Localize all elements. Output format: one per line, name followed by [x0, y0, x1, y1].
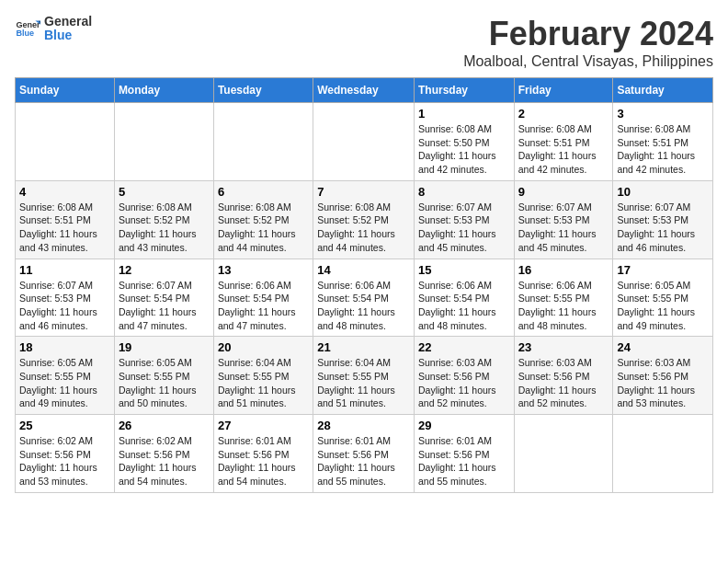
day-info: Sunrise: 6:08 AM Sunset: 5:51 PM Dayligh…: [617, 122, 709, 177]
day-number: 22: [418, 340, 510, 354]
day-info: Sunrise: 6:01 AM Sunset: 5:56 PM Dayligh…: [218, 434, 309, 488]
day-number: 27: [218, 419, 309, 432]
header-tuesday: Tuesday: [213, 78, 313, 103]
day-info: Sunrise: 6:04 AM Sunset: 5:55 PM Dayligh…: [317, 356, 410, 410]
calendar-cell: 19Sunrise: 6:05 AM Sunset: 5:55 PM Dayli…: [114, 337, 213, 415]
day-info: Sunrise: 6:05 AM Sunset: 5:55 PM Dayligh…: [119, 356, 210, 410]
day-number: 1: [418, 107, 510, 121]
day-number: 5: [119, 185, 210, 199]
calendar-cell: 5Sunrise: 6:08 AM Sunset: 5:52 PM Daylig…: [114, 180, 213, 259]
day-info: Sunrise: 6:07 AM Sunset: 5:53 PM Dayligh…: [418, 201, 510, 255]
day-info: Sunrise: 6:06 AM Sunset: 5:54 PM Dayligh…: [218, 279, 309, 333]
day-number: 20: [218, 340, 309, 354]
day-number: 10: [617, 185, 709, 199]
day-number: 18: [19, 340, 110, 354]
calendar-cell: 25Sunrise: 6:02 AM Sunset: 5:56 PM Dayli…: [16, 415, 115, 493]
day-number: 14: [317, 263, 410, 277]
page-title: February 2024: [463, 15, 713, 53]
calendar-cell: 10Sunrise: 6:07 AM Sunset: 5:53 PM Dayli…: [613, 180, 713, 259]
calendar-cell: 7Sunrise: 6:08 AM Sunset: 5:52 PM Daylig…: [313, 180, 415, 259]
calendar-cell: 15Sunrise: 6:06 AM Sunset: 5:54 PM Dayli…: [414, 259, 514, 337]
day-number: 11: [19, 263, 110, 277]
day-info: Sunrise: 6:08 AM Sunset: 5:51 PM Dayligh…: [518, 122, 609, 177]
calendar-cell: 28Sunrise: 6:01 AM Sunset: 5:56 PM Dayli…: [313, 415, 415, 493]
calendar-cell: 3Sunrise: 6:08 AM Sunset: 5:51 PM Daylig…: [613, 103, 713, 181]
title-section: February 2024 Moalboal, Central Visayas,…: [463, 15, 713, 70]
logo: General Blue General Blue: [15, 15, 92, 43]
header-monday: Monday: [114, 78, 213, 103]
header-wednesday: Wednesday: [313, 78, 415, 103]
calendar-cell: 24Sunrise: 6:03 AM Sunset: 5:56 PM Dayli…: [613, 337, 713, 415]
calendar-cell: 11Sunrise: 6:07 AM Sunset: 5:53 PM Dayli…: [16, 259, 115, 337]
calendar-cell: 27Sunrise: 6:01 AM Sunset: 5:56 PM Dayli…: [213, 415, 313, 493]
day-number: 2: [518, 107, 609, 121]
header-friday: Friday: [514, 78, 613, 103]
calendar-cell: 12Sunrise: 6:07 AM Sunset: 5:54 PM Dayli…: [114, 259, 213, 337]
calendar-cell: 6Sunrise: 6:08 AM Sunset: 5:52 PM Daylig…: [213, 180, 313, 259]
day-number: 8: [418, 185, 510, 199]
day-number: 29: [418, 419, 510, 432]
calendar-cell: 16Sunrise: 6:06 AM Sunset: 5:55 PM Dayli…: [514, 259, 613, 337]
day-number: 23: [518, 340, 609, 354]
day-info: Sunrise: 6:03 AM Sunset: 5:56 PM Dayligh…: [617, 356, 709, 410]
calendar-cell: 21Sunrise: 6:04 AM Sunset: 5:55 PM Dayli…: [313, 337, 415, 415]
calendar-cell: 14Sunrise: 6:06 AM Sunset: 5:54 PM Dayli…: [313, 259, 415, 337]
day-info: Sunrise: 6:06 AM Sunset: 5:54 PM Dayligh…: [317, 279, 410, 333]
day-info: Sunrise: 6:02 AM Sunset: 5:56 PM Dayligh…: [19, 434, 110, 488]
calendar-cell: 23Sunrise: 6:03 AM Sunset: 5:56 PM Dayli…: [514, 337, 613, 415]
logo-line1: General: [44, 15, 92, 29]
header: General Blue General Blue February 2024 …: [15, 15, 713, 70]
day-info: Sunrise: 6:08 AM Sunset: 5:52 PM Dayligh…: [317, 201, 410, 255]
calendar-cell: [514, 415, 613, 493]
day-number: 9: [518, 185, 609, 199]
day-info: Sunrise: 6:08 AM Sunset: 5:50 PM Dayligh…: [418, 122, 510, 177]
week-row-4: 18Sunrise: 6:05 AM Sunset: 5:55 PM Dayli…: [16, 337, 713, 415]
day-number: 28: [317, 419, 410, 432]
calendar-cell: 18Sunrise: 6:05 AM Sunset: 5:55 PM Dayli…: [16, 337, 115, 415]
day-number: 13: [218, 263, 309, 277]
week-row-3: 11Sunrise: 6:07 AM Sunset: 5:53 PM Dayli…: [16, 259, 713, 337]
day-number: 16: [518, 263, 609, 277]
svg-text:Blue: Blue: [16, 29, 34, 39]
day-number: 12: [119, 263, 210, 277]
calendar-cell: [613, 415, 713, 493]
calendar-cell: [313, 103, 415, 181]
calendar-cell: 9Sunrise: 6:07 AM Sunset: 5:53 PM Daylig…: [514, 180, 613, 259]
day-info: Sunrise: 6:07 AM Sunset: 5:53 PM Dayligh…: [518, 201, 609, 255]
day-info: Sunrise: 6:02 AM Sunset: 5:56 PM Dayligh…: [119, 434, 210, 488]
calendar-cell: [114, 103, 213, 181]
day-info: Sunrise: 6:08 AM Sunset: 5:51 PM Dayligh…: [19, 201, 110, 255]
calendar-cell: 4Sunrise: 6:08 AM Sunset: 5:51 PM Daylig…: [16, 180, 115, 259]
header-thursday: Thursday: [414, 78, 514, 103]
calendar-cell: 13Sunrise: 6:06 AM Sunset: 5:54 PM Dayli…: [213, 259, 313, 337]
day-info: Sunrise: 6:03 AM Sunset: 5:56 PM Dayligh…: [418, 356, 510, 410]
day-number: 15: [418, 263, 510, 277]
day-number: 19: [119, 340, 210, 354]
calendar-cell: 22Sunrise: 6:03 AM Sunset: 5:56 PM Dayli…: [414, 337, 514, 415]
calendar-cell: 2Sunrise: 6:08 AM Sunset: 5:51 PM Daylig…: [514, 103, 613, 181]
calendar-cell: [16, 103, 115, 181]
day-info: Sunrise: 6:07 AM Sunset: 5:53 PM Dayligh…: [19, 279, 110, 333]
day-number: 24: [617, 340, 709, 354]
week-row-5: 25Sunrise: 6:02 AM Sunset: 5:56 PM Dayli…: [16, 415, 713, 493]
day-number: 26: [119, 419, 210, 432]
calendar-cell: 8Sunrise: 6:07 AM Sunset: 5:53 PM Daylig…: [414, 180, 514, 259]
day-info: Sunrise: 6:03 AM Sunset: 5:56 PM Dayligh…: [518, 356, 609, 410]
header-saturday: Saturday: [613, 78, 713, 103]
page-subtitle: Moalboal, Central Visayas, Philippines: [463, 53, 713, 70]
logo-icon: General Blue: [15, 16, 40, 41]
day-info: Sunrise: 6:07 AM Sunset: 5:53 PM Dayligh…: [617, 201, 709, 255]
calendar-cell: 20Sunrise: 6:04 AM Sunset: 5:55 PM Dayli…: [213, 337, 313, 415]
calendar-cell: 26Sunrise: 6:02 AM Sunset: 5:56 PM Dayli…: [114, 415, 213, 493]
logo-line2: Blue: [44, 29, 92, 42]
day-number: 7: [317, 185, 410, 199]
calendar-table: SundayMondayTuesdayWednesdayThursdayFrid…: [15, 77, 713, 493]
day-info: Sunrise: 6:08 AM Sunset: 5:52 PM Dayligh…: [119, 201, 210, 255]
day-info: Sunrise: 6:08 AM Sunset: 5:52 PM Dayligh…: [218, 201, 309, 255]
day-info: Sunrise: 6:05 AM Sunset: 5:55 PM Dayligh…: [19, 356, 110, 410]
day-info: Sunrise: 6:07 AM Sunset: 5:54 PM Dayligh…: [119, 279, 210, 333]
day-number: 21: [317, 340, 410, 354]
week-row-1: 1Sunrise: 6:08 AM Sunset: 5:50 PM Daylig…: [16, 103, 713, 181]
calendar-cell: 29Sunrise: 6:01 AM Sunset: 5:56 PM Dayli…: [414, 415, 514, 493]
day-info: Sunrise: 6:01 AM Sunset: 5:56 PM Dayligh…: [418, 434, 510, 488]
